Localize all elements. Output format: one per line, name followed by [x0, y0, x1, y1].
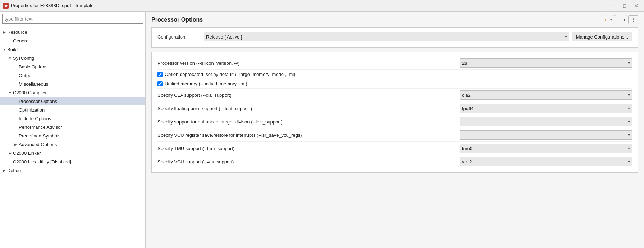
option-label-tmu-support: Specify TMU support (--tmu_support)	[157, 146, 455, 151]
sidebar-item-label-c2000-linker: C2000 Linker	[13, 150, 41, 156]
sidebar-item-label-include-options: Include Options	[19, 116, 51, 121]
select-wrapper-idiv-support	[460, 117, 632, 126]
option-label-float-support: Specify floating point support (--float_…	[157, 106, 455, 111]
filter-input[interactable]	[2, 14, 143, 24]
sidebar-tree: ▶ResourceGeneral▼Build▼SysConfigBasic Op…	[0, 26, 145, 248]
sidebar-item-label-optimization: Optimization	[19, 107, 45, 113]
manage-configurations-button[interactable]: Manage Configurations...	[572, 32, 632, 41]
checkbox-unified-memory[interactable]	[157, 81, 163, 86]
option-row-processor-version: Processor version (--silicon_version, -v…	[157, 57, 632, 70]
sidebar-item-c2000-hex-utility[interactable]: C2000 Hex Utility [Disabled]	[0, 157, 145, 166]
forward-arrow-icon: →	[617, 17, 623, 23]
option-control-processor-version: 28	[460, 58, 632, 68]
select-wrapper-vcu-support: vcu2	[460, 157, 632, 166]
checkbox-large-memory-model[interactable]	[157, 72, 163, 77]
titlebar: ★ Properties for F28388D_cpu1_Template −…	[0, 0, 644, 12]
sidebar-item-performance-advisor[interactable]: Performance Advisor	[0, 123, 145, 131]
more-options-button[interactable]: ⋮	[628, 15, 638, 24]
select-tmu-support[interactable]: tmu0	[460, 144, 632, 153]
checkbox-label-large-memory-model[interactable]: Option deprecated, set by default (--lar…	[165, 72, 295, 77]
sidebar-item-label-miscellaneous: Miscellaneous	[19, 81, 48, 87]
configuration-select-wrapper: Release [ Active ]	[204, 32, 569, 41]
option-row-cla-support: Specify CLA support (--cla_support)cla2	[157, 89, 632, 102]
option-control-cla-support: cla2	[460, 90, 632, 100]
window-title: Properties for F28388D_cpu1_Template	[11, 3, 94, 8]
expander-icon-build: ▼	[1, 48, 7, 51]
main-container: ▶ResourceGeneral▼Build▼SysConfigBasic Op…	[0, 12, 644, 248]
sidebar-item-build[interactable]: ▼Build	[0, 45, 145, 54]
forward-dropdown-icon: ▾	[624, 18, 625, 22]
sidebar: ▶ResourceGeneral▼Build▼SysConfigBasic Op…	[0, 12, 146, 248]
sidebar-item-label-predefined-symbols: Predefined Symbols	[19, 133, 60, 139]
option-label-idiv-support: Specify support for enhanced integer div…	[157, 119, 455, 125]
options-section: Processor version (--silicon_version, -v…	[151, 52, 638, 173]
sidebar-item-predefined-symbols[interactable]: Predefined Symbols	[0, 131, 145, 140]
svg-text:★: ★	[4, 4, 8, 8]
checkbox-row-unified-memory: Unified memory (--unified_memory, -mt)	[157, 79, 632, 89]
sidebar-item-resource[interactable]: ▶Resource	[0, 28, 145, 36]
sidebar-item-label-build: Build	[7, 47, 18, 52]
minimize-button[interactable]: −	[608, 1, 618, 10]
restore-button[interactable]: □	[620, 1, 630, 10]
select-float-support[interactable]: fpu64	[460, 104, 632, 113]
expander-icon-debug: ▶	[1, 168, 7, 172]
option-control-vcu-support: vcu2	[460, 157, 632, 166]
sidebar-item-processor-options[interactable]: Processor Options	[0, 97, 145, 105]
sidebar-item-advanced-options[interactable]: ▶Advanced Options	[0, 140, 145, 149]
option-row-float-support: Specify floating point support (--float_…	[157, 102, 632, 115]
sidebar-item-label-debug: Debug	[7, 168, 21, 173]
option-row-vcu-support: Specify VCU support (--vcu_support)vcu2	[157, 155, 632, 168]
option-row-isr-save-vcu-regs: Specify VCU register save/restore for in…	[157, 128, 632, 142]
forward-button[interactable]: → ▾	[615, 15, 627, 24]
option-label-processor-version: Processor version (--silicon_version, -v…	[157, 60, 455, 66]
configuration-select[interactable]: Release [ Active ]	[204, 32, 569, 41]
option-row-idiv-support: Specify support for enhanced integer div…	[157, 115, 632, 128]
sidebar-item-output[interactable]: Output	[0, 71, 145, 80]
back-arrow-icon: ←	[604, 17, 609, 23]
sidebar-item-optimization[interactable]: Optimization	[0, 105, 145, 114]
expander-icon-sysconfig: ▼	[7, 56, 13, 60]
sidebar-item-include-options[interactable]: Include Options	[0, 114, 145, 123]
select-wrapper-cla-support: cla2	[460, 90, 632, 100]
sidebar-item-label-advanced-options: Advanced Options	[19, 142, 57, 147]
option-label-isr-save-vcu-regs: Specify VCU register save/restore for in…	[157, 132, 455, 138]
select-processor-version[interactable]: 28	[460, 58, 632, 68]
option-control-isr-save-vcu-regs	[460, 130, 632, 140]
sidebar-item-basic-options[interactable]: Basic Options	[0, 62, 145, 71]
option-control-float-support: fpu64	[460, 104, 632, 113]
select-isr-save-vcu-regs[interactable]	[460, 130, 632, 140]
configuration-label: Configuration:	[157, 34, 201, 40]
option-control-idiv-support	[460, 117, 632, 126]
select-wrapper-tmu-support: tmu0	[460, 144, 632, 153]
sidebar-item-c2000-linker[interactable]: ▶C2000 Linker	[0, 149, 145, 157]
sidebar-item-c2000-compiler[interactable]: ▼C2000 Compiler	[0, 88, 145, 97]
content-area: Processor Options ← ▾ → ▾ ⋮ Configurat	[146, 12, 644, 248]
sidebar-item-label-c2000-hex-utility: C2000 Hex Utility [Disabled]	[13, 159, 71, 164]
sidebar-item-label-general: General	[13, 38, 29, 44]
content-body: Configuration: Release [ Active ] Manage…	[146, 27, 644, 248]
sidebar-item-sysconfig[interactable]: ▼SysConfig	[0, 54, 145, 62]
option-label-cla-support: Specify CLA support (--cla_support)	[157, 93, 455, 98]
select-wrapper-processor-version: 28	[460, 58, 632, 68]
back-button[interactable]: ← ▾	[602, 15, 614, 24]
close-button[interactable]: ✕	[631, 1, 641, 10]
sidebar-item-general[interactable]: General	[0, 36, 145, 45]
select-cla-support[interactable]: cla2	[460, 90, 632, 100]
checkbox-label-unified-memory[interactable]: Unified memory (--unified_memory, -mt)	[165, 81, 247, 86]
page-title: Processor Options	[151, 17, 203, 23]
sidebar-item-debug[interactable]: ▶Debug	[0, 166, 145, 175]
titlebar-left: ★ Properties for F28388D_cpu1_Template	[3, 3, 94, 9]
sidebar-item-label-output: Output	[19, 73, 33, 78]
sidebar-item-miscellaneous[interactable]: Miscellaneous	[0, 80, 145, 88]
expander-icon-c2000-linker: ▶	[7, 151, 13, 155]
back-dropdown-icon: ▾	[610, 18, 612, 22]
select-idiv-support[interactable]	[460, 117, 632, 126]
expander-icon-advanced-options: ▶	[13, 143, 19, 146]
checkbox-row-large-memory-model: Option deprecated, set by default (--lar…	[157, 70, 632, 79]
titlebar-buttons: − □ ✕	[608, 1, 641, 10]
select-vcu-support[interactable]: vcu2	[460, 157, 632, 166]
sidebar-item-label-sysconfig: SysConfig	[13, 55, 34, 61]
expander-icon-resource: ▶	[1, 30, 7, 34]
sidebar-item-label-c2000-compiler: C2000 Compiler	[13, 90, 47, 95]
app-icon: ★	[3, 3, 9, 9]
